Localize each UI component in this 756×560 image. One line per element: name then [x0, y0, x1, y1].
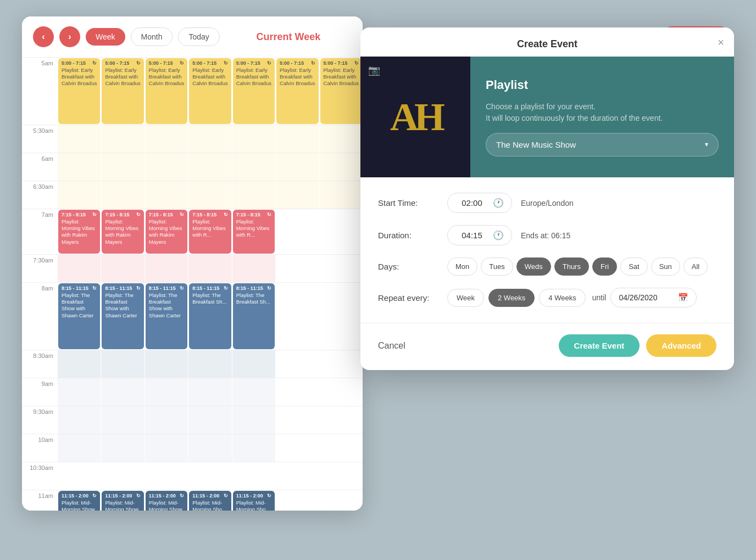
day-cell-wed-8am[interactable]: 8:15 - 11:15↻ Playlist: The Breakfast Sh…: [188, 283, 231, 350]
day-cell-fri-530: [276, 125, 319, 153]
close-button[interactable]: ×: [718, 36, 724, 49]
day-cell-mon-8am[interactable]: 8:15 - 11:15↻ Playlist: The Breakfast Sh…: [101, 283, 144, 350]
month-view-button[interactable]: Month: [131, 27, 173, 46]
day-cell-mon-7am[interactable]: 7:15 - 8:15↻ Playlist: Morning Vibes wit…: [101, 209, 144, 254]
day-cell-wed-11am[interactable]: 11:15 - 2:00↻ Playlist: Mid-Morning Sho.…: [188, 490, 231, 511]
repeat-4weeks-button[interactable]: 4 Weeks: [539, 289, 585, 307]
event-early-breakfast-tue[interactable]: 5:00 - 7:15↻ Playlist: Early Breakfast w…: [146, 58, 187, 124]
day-button-tues[interactable]: Tues: [481, 257, 513, 276]
day-cell-sat-10am: [320, 434, 363, 462]
playlist-image: 📷 AH: [360, 57, 470, 177]
time-label-530am: 5:30am: [22, 125, 58, 153]
day-cell-mon-830: [101, 350, 144, 378]
event-early-breakfast-mon[interactable]: 5:00 - 7:15↻ Playlist: Early Breakfast w…: [102, 58, 143, 124]
time-label-10am: 10am: [22, 434, 58, 462]
day-cell-sun-5am[interactable]: 5:00 - 7:15↻ Playlist: Early Breakfast w…: [58, 58, 101, 125]
day-button-mon[interactable]: Mon: [447, 257, 477, 276]
event-breakfast-show-thu[interactable]: 8:15 - 11:15↻ Playlist: The Breakfast Sh…: [233, 283, 275, 349]
dialog-footer: Cancel Create Event Advanced: [360, 323, 734, 370]
duration-input-wrap[interactable]: 04:15 🕐: [447, 225, 512, 245]
next-button[interactable]: ›: [59, 26, 80, 47]
day-cell-fri-10am: [276, 434, 319, 462]
event-mid-morning-mon[interactable]: 11:15 - 2:00↻ Playlist: Mid-Morning Show…: [102, 491, 143, 511]
repeat-2weeks-button[interactable]: 2 Weeks: [488, 289, 535, 307]
day-cell-tue-11am[interactable]: 11:15 - 2:00↻ Playlist: Mid-Morning Show…: [145, 490, 188, 511]
event-early-breakfast-wed[interactable]: 5:00 - 7:15↻ Playlist: Early Breakfast w…: [189, 58, 231, 124]
time-label-930am: 9:30am: [22, 406, 58, 434]
event-morning-vibes-thu[interactable]: 7:15 - 8:15↻ Playlist: Morning Vibes wit…: [233, 210, 275, 254]
event-early-breakfast-sun[interactable]: 5:00 - 7:15↻ Playlist: Early Breakfast w…: [58, 58, 100, 124]
day-cell-thu-5am[interactable]: 5:00 - 7:15↻ Playlist: Early Breakfast w…: [232, 58, 275, 125]
day-cell-fri-7am: [276, 209, 319, 254]
day-cell-tue-530: [145, 125, 188, 153]
event-breakfast-show-tue[interactable]: 8:15 - 11:15↻ Playlist: The Breakfast Sh…: [146, 283, 187, 349]
event-breakfast-show-mon[interactable]: 8:15 - 11:15↻ Playlist: The Breakfast Sh…: [102, 283, 143, 349]
day-button-sun[interactable]: Sun: [651, 257, 680, 276]
duration-input[interactable]: 04:15: [455, 231, 488, 240]
event-morning-vibes-mon[interactable]: 7:15 - 8:15↻ Playlist: Morning Vibes wit…: [102, 210, 143, 254]
event-morning-vibes-wed[interactable]: 7:15 - 8:15↻ Playlist: Morning Vibes wit…: [189, 210, 231, 254]
event-mid-morning-thu[interactable]: 11:15 - 2:00↻ Playlist: Mid-Morning Sho.…: [233, 491, 275, 511]
day-cell-fri-730: [276, 255, 319, 282]
today-view-button[interactable]: Today: [178, 27, 219, 46]
day-cell-sun-7am[interactable]: 7:15 - 8:15↻ Playlist: Morning Vibes wit…: [58, 209, 101, 254]
day-cell-sat-5am[interactable]: 5:00 - 7:15↻ Playlist: Early Breakfast w…: [320, 58, 363, 125]
day-cell-mon-630: [101, 181, 144, 209]
day-cell-thu-8am[interactable]: 8:15 - 11:15↻ Playlist: The Breakfast Sh…: [232, 283, 275, 350]
day-button-thurs[interactable]: Thurs: [554, 257, 589, 276]
day-cell-mon-5am[interactable]: 5:00 - 7:15↻ Playlist: Early Breakfast w…: [101, 58, 144, 125]
day-cells-630am: [58, 181, 363, 209]
repeat-week-button[interactable]: Week: [447, 289, 484, 307]
event-mid-morning-tue[interactable]: 11:15 - 2:00↻ Playlist: Mid-Morning Show…: [146, 491, 187, 511]
playlist-dropdown[interactable]: The New Music Show ▾: [486, 133, 719, 156]
event-mid-morning-wed[interactable]: 11:15 - 2:00↻ Playlist: Mid-Morning Sho.…: [189, 491, 231, 511]
day-cell-tue-5am[interactable]: 5:00 - 7:15↻ Playlist: Early Breakfast w…: [145, 58, 188, 125]
day-cell-fri-5am[interactable]: 5:00 - 7:15↻ Playlist: Early Breakfast w…: [276, 58, 319, 125]
day-cell-sun-8am[interactable]: 8:15 - 11:15↻ Playlist: The Breakfast Sh…: [58, 283, 101, 350]
event-early-breakfast-fri[interactable]: 5:00 - 7:15↻ Playlist: Early Breakfast w…: [276, 58, 318, 124]
day-cells-8am: 8:15 - 11:15↻ Playlist: The Breakfast Sh…: [58, 283, 363, 350]
event-breakfast-show-sun[interactable]: 8:15 - 11:15↻ Playlist: The Breakfast Sh…: [58, 283, 100, 349]
day-cell-thu-11am[interactable]: 11:15 - 2:00↻ Playlist: Mid-Morning Sho.…: [232, 490, 275, 511]
day-button-sat[interactable]: Sat: [620, 257, 648, 276]
day-cells-830am: [58, 350, 363, 378]
event-early-breakfast-sat[interactable]: 5:00 - 7:15↻ Playlist: Early Breakfast w…: [320, 58, 362, 124]
start-time-input-wrap[interactable]: 02:00 🕐: [447, 193, 512, 213]
day-cell-fri-1030: [276, 462, 319, 490]
day-cells-6am: [58, 153, 363, 181]
day-cell-sun-630: [58, 181, 101, 209]
cancel-button[interactable]: Cancel: [378, 341, 405, 351]
day-cell-tue-8am[interactable]: 8:15 - 11:15↻ Playlist: The Breakfast Sh…: [145, 283, 188, 350]
day-cell-wed-7am[interactable]: 7:15 - 8:15↻ Playlist: Morning Vibes wit…: [188, 209, 231, 254]
day-cell-fri-6am: [276, 153, 319, 181]
day-cell-mon-11am[interactable]: 11:15 - 2:00↻ Playlist: Mid-Morning Show…: [101, 490, 144, 511]
event-breakfast-show-wed[interactable]: 8:15 - 11:15↻ Playlist: The Breakfast Sh…: [189, 283, 231, 349]
event-early-breakfast-thu[interactable]: 5:00 - 7:15↻ Playlist: Early Breakfast w…: [233, 58, 275, 124]
event-mid-morning-sun[interactable]: 11:15 - 2:00↻ Playlist: Mid-Morning Show…: [58, 491, 100, 511]
event-morning-vibes-sun[interactable]: 7:15 - 8:15↻ Playlist: Morning Vibes wit…: [58, 210, 100, 254]
advanced-button[interactable]: Advanced: [646, 334, 716, 357]
create-event-submit-button[interactable]: Create Event: [559, 334, 640, 357]
dialog-title: Create Event: [517, 38, 577, 50]
prev-button[interactable]: ‹: [33, 26, 54, 47]
day-cell-tue-6am: [145, 153, 188, 181]
day-cell-tue-7am[interactable]: 7:15 - 8:15↻ Playlist: Morning Vibes wit…: [145, 209, 188, 254]
start-time-input[interactable]: 02:00: [455, 198, 488, 208]
day-cell-thu-830: [232, 350, 275, 378]
day-cell-thu-7am[interactable]: 7:15 - 8:15↻ Playlist: Morning Vibes wit…: [232, 209, 275, 254]
day-cell-sun-1030: [58, 462, 101, 490]
time-row-9am: 9am: [22, 378, 363, 406]
day-cell-wed-5am[interactable]: 5:00 - 7:15↻ Playlist: Early Breakfast w…: [188, 58, 231, 125]
until-date-input-wrap[interactable]: 04/26/2020 📅: [610, 288, 697, 307]
week-view-button[interactable]: Week: [86, 28, 125, 46]
time-row-10am: 10am: [22, 434, 363, 462]
day-cell-sun-530: [58, 125, 101, 153]
day-cell-sun-11am[interactable]: 11:15 - 2:00↻ Playlist: Mid-Morning Show…: [58, 490, 101, 511]
chevron-down-icon: ▾: [705, 141, 708, 148]
day-button-fri[interactable]: Fri: [592, 257, 617, 276]
day-button-weds[interactable]: Weds: [516, 257, 551, 276]
until-date-input[interactable]: 04/26/2020: [619, 293, 674, 302]
event-morning-vibes-tue[interactable]: 7:15 - 8:15↻ Playlist: Morning Vibes wit…: [146, 210, 187, 254]
day-cell-wed-1030: [188, 462, 231, 490]
day-button-all[interactable]: All: [683, 257, 708, 276]
